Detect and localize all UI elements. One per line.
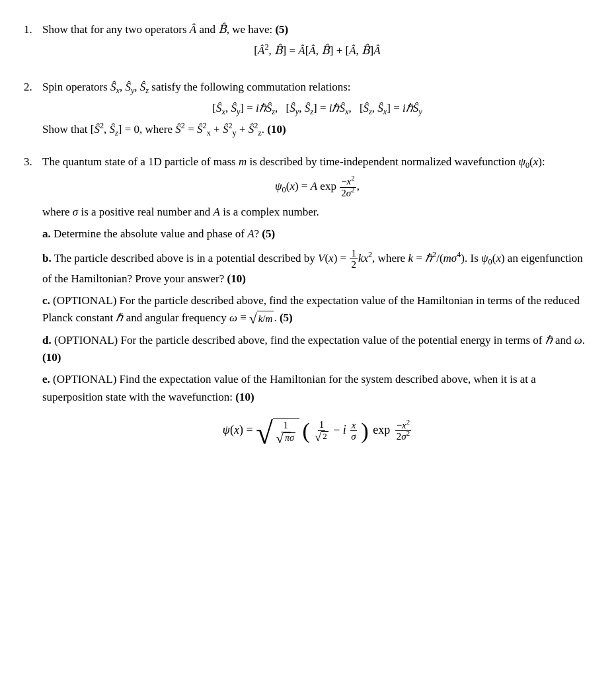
part-b: b. The particle described above is in a … <box>42 248 592 288</box>
problem-2-number: 2. <box>24 79 38 96</box>
part-a-label: a. <box>42 227 51 240</box>
wavefunction-equation: ψ0(x) = A exp −x2 2σ2 , <box>42 176 592 198</box>
problem-3: 3. The quantum state of a 1D particle of… <box>24 153 592 451</box>
problem-3-body: The quantum state of a 1D particle of ma… <box>42 153 592 451</box>
problem-1-text: Show that for any two operators Â and B̂… <box>42 23 288 36</box>
part-e-text: (OPTIONAL) Find the expectation value of… <box>42 373 536 403</box>
part-e-label: e. <box>42 373 50 385</box>
problem-2: 2. Spin operators Ŝx, Ŝy, Ŝz satisfy the… <box>24 79 592 139</box>
part-c-text: (OPTIONAL) For the particle described ab… <box>42 294 580 324</box>
final-wavefunction: ψ(x) = √ 1 √ <box>42 418 592 444</box>
problem-2-body: Spin operators Ŝx, Ŝy, Ŝz satisfy the fo… <box>42 79 592 139</box>
problem-1-number: 1. <box>24 21 38 38</box>
problem-2-commutation: [Ŝx, Ŝy] = iℏŜz, [Ŝy, Ŝz] = iℏŜx, [Ŝz, Ŝ… <box>42 100 592 117</box>
part-c-label: c. <box>42 294 50 307</box>
problem-2-intro: Spin operators Ŝx, Ŝy, Ŝz satisfy the fo… <box>42 81 351 93</box>
part-d-label: d. <box>42 334 52 346</box>
problem-1-body: Show that for any two operators Â and B̂… <box>42 21 592 64</box>
part-d: d. (OPTIONAL) For the particle described… <box>42 332 592 367</box>
part-b-text: The particle described above is in a pot… <box>42 252 583 285</box>
problem-1: 1. Show that for any two operators Â and… <box>24 21 592 64</box>
problem-3-number: 3. <box>24 153 38 171</box>
problem-3-intro: The quantum state of a 1D particle of ma… <box>42 155 545 168</box>
part-a-text: Determine the absolute value and phase o… <box>54 227 275 240</box>
part-a: a. Determine the absolute value and phas… <box>42 225 592 243</box>
problem-2-show: Show that [Ŝ2, Ŝz] = 0, where Ŝ2 = Ŝ2x +… <box>42 123 286 136</box>
part-e: e. (OPTIONAL) Find the expectation value… <box>42 371 592 406</box>
part-c: c. (OPTIONAL) For the particle described… <box>42 292 592 327</box>
problem-1-equation: [Â2, B̂] = Â[Â, B̂] + [Â, B̂]Â <box>42 42 592 60</box>
part-b-label: b. <box>42 252 52 264</box>
problem-3-where: where σ is a positive real number and A … <box>42 206 319 218</box>
part-d-text: (OPTIONAL) For the particle described ab… <box>42 334 585 364</box>
